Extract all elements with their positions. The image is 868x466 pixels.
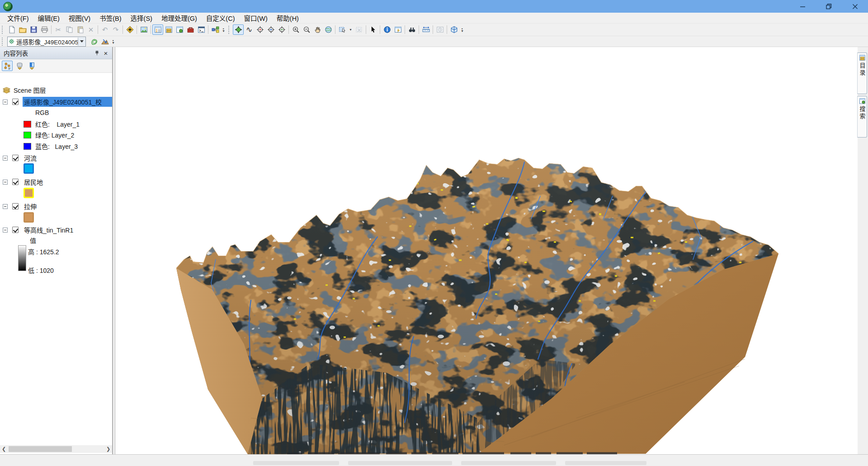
search-tab[interactable]: 搜索	[857, 96, 867, 138]
stretch-legend	[24, 212, 34, 223]
taskbar-shadow-segment	[348, 461, 452, 465]
title-bar[interactable]	[0, 0, 868, 13]
catalog-window-button[interactable]	[163, 24, 174, 35]
menu-bookmarks[interactable]: 书签(B)	[95, 12, 126, 24]
select-elements-button[interactable]	[368, 24, 378, 35]
collapse-toggle[interactable]	[3, 204, 8, 209]
close-panel-button[interactable]: ×	[101, 48, 110, 57]
identify-button[interactable]	[382, 24, 392, 35]
layer-label[interactable]: 遥感影像_J49E0240051_校	[23, 97, 112, 107]
toolbar-overflow-button[interactable]: ▪▾	[221, 24, 226, 35]
menu-view[interactable]: 视图(V)	[64, 12, 95, 24]
layer-checkbox[interactable]	[12, 227, 19, 233]
save-button[interactable]	[28, 24, 39, 35]
collapse-toggle[interactable]	[3, 228, 8, 233]
set-observer-button[interactable]	[276, 24, 287, 35]
measure-button[interactable]	[420, 24, 431, 35]
restore-button[interactable]	[816, 0, 842, 13]
collapse-toggle[interactable]	[3, 156, 8, 161]
select-dropdown-button[interactable]: ▾	[348, 24, 354, 35]
combobox-dropdown-button[interactable]	[78, 38, 85, 46]
view-settings-button[interactable]	[448, 24, 459, 35]
toolbar-grip[interactable]	[2, 38, 5, 46]
contour-tool-button[interactable]	[89, 36, 99, 47]
layer-label[interactable]: 拉伸	[24, 202, 37, 211]
time-slider-button[interactable]	[434, 24, 445, 35]
delete-button[interactable]: ✕	[85, 24, 96, 35]
undo-button[interactable]: ↶	[99, 24, 110, 35]
open-button[interactable]	[17, 24, 28, 35]
layer-checkbox[interactable]	[12, 155, 19, 161]
menu-selection[interactable]: 选择(S)	[126, 12, 157, 24]
select-features-button[interactable]	[337, 24, 348, 35]
menu-help[interactable]: 帮助(H)	[272, 12, 303, 24]
residential-swatch[interactable]	[24, 188, 34, 198]
layer-checkbox[interactable]	[12, 179, 19, 185]
table-of-contents-button[interactable]	[152, 24, 163, 35]
copy-button[interactable]	[64, 24, 75, 35]
print-button[interactable]	[39, 24, 50, 35]
scroll-right-arrow[interactable]: ❯	[104, 445, 112, 453]
menu-geoprocessing[interactable]: 地理处理(G)	[157, 12, 202, 24]
red-band-swatch[interactable]	[24, 121, 31, 128]
full-extent-button[interactable]	[323, 24, 334, 35]
find-button[interactable]	[406, 24, 417, 35]
catalog-tab[interactable]: 目录	[857, 52, 867, 94]
add-basemap-button[interactable]	[138, 24, 149, 35]
pin-button[interactable]	[92, 48, 101, 57]
html-popup-button[interactable]	[392, 24, 403, 35]
search-window-button[interactable]	[174, 24, 185, 35]
layer-label[interactable]: 居民地	[24, 177, 43, 186]
layer-combobox[interactable]: 遥感影像_J49E0240051_校	[7, 37, 86, 47]
collapse-toggle[interactable]	[3, 180, 8, 185]
green-band-swatch[interactable]	[24, 132, 31, 138]
new-document-button[interactable]	[6, 24, 17, 35]
fly-button[interactable]: ∿	[244, 24, 255, 35]
add-data-button[interactable]	[124, 24, 135, 35]
toolbar-grip[interactable]	[228, 26, 231, 34]
separator	[366, 25, 366, 34]
rivers-swatch[interactable]	[24, 163, 34, 174]
blue-band-swatch[interactable]	[24, 143, 31, 150]
list-by-visibility-button[interactable]	[26, 61, 37, 71]
scene-3d-viewport[interactable]	[115, 47, 858, 454]
scene-layers-label[interactable]: Scene 图层	[14, 86, 46, 95]
stretch-swatch[interactable]	[24, 212, 34, 223]
minimize-button[interactable]	[789, 0, 816, 13]
redo-button[interactable]: ↷	[110, 24, 121, 35]
delete-icon: ✕	[88, 26, 94, 33]
table-of-contents-panel: 内容列表 × Scene 图层 遥感影像_J49E0240051_校 RGB	[0, 47, 113, 454]
navigate-button[interactable]	[233, 24, 244, 35]
layer-label[interactable]: 河流	[24, 153, 37, 162]
menu-customize[interactable]: 自定义(C)	[202, 12, 240, 24]
toolbar-overflow-button[interactable]: ▪▾	[459, 24, 465, 35]
zoom-out-button[interactable]	[301, 24, 312, 35]
toolbar-grip[interactable]	[2, 26, 5, 34]
clear-selection-button[interactable]	[354, 24, 364, 35]
zoom-to-target-button[interactable]	[265, 24, 276, 35]
menu-file[interactable]: 文件(F)	[3, 12, 33, 24]
paste-button[interactable]	[75, 24, 85, 35]
close-button[interactable]	[842, 0, 868, 13]
toc-horizontal-scrollbar[interactable]: ❮ ❯	[0, 445, 112, 453]
layer-checkbox[interactable]	[12, 99, 19, 105]
cut-button[interactable]: ✂	[53, 24, 64, 35]
collapse-toggle[interactable]	[3, 100, 8, 105]
list-by-source-button[interactable]	[14, 61, 25, 71]
layer-label[interactable]: 等高线_tin_TinR1	[24, 225, 73, 234]
list-by-drawing-order-button[interactable]	[2, 61, 13, 71]
menu-window[interactable]: 窗口(W)	[239, 12, 272, 24]
scrollbar-thumb[interactable]	[9, 446, 72, 452]
python-window-button[interactable]	[196, 24, 207, 35]
pan-button[interactable]	[312, 24, 323, 35]
layer-checkbox[interactable]	[12, 203, 19, 209]
model-builder-button[interactable]	[210, 24, 221, 35]
arctoolbox-button[interactable]	[185, 24, 196, 35]
toolbar-overflow-button[interactable]: ▪▾	[110, 36, 116, 47]
scroll-left-arrow[interactable]: ❮	[0, 445, 8, 453]
steepest-path-button[interactable]	[99, 36, 110, 47]
center-on-target-button[interactable]	[255, 24, 265, 35]
scene-layers-node[interactable]: Scene 图层	[3, 86, 46, 95]
zoom-in-button[interactable]	[290, 24, 301, 35]
menu-edit[interactable]: 编辑(E)	[33, 12, 64, 24]
